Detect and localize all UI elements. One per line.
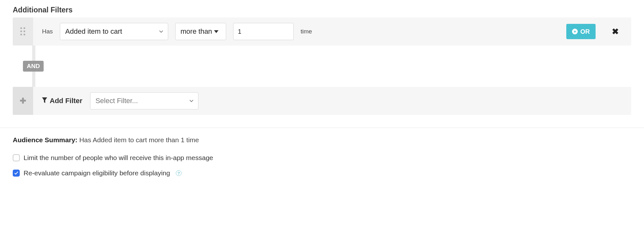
audience-summary-label: Audience Summary: [13, 136, 77, 144]
add-filter-plus-button[interactable]: ✚ [13, 87, 33, 115]
limit-checkbox[interactable] [13, 154, 20, 161]
select-filter-dropdown[interactable]: Select Filter... [90, 92, 198, 109]
divider [0, 128, 644, 128]
section-title: Additional Filters [13, 6, 631, 14]
audience-summary: Audience Summary: Has Added item to cart… [13, 136, 631, 144]
caret-down-icon [214, 30, 218, 33]
drag-dots-icon [20, 27, 25, 36]
plus-icon: ✚ [20, 96, 26, 105]
count-input[interactable] [233, 23, 294, 40]
add-filter-text: Add Filter [50, 97, 82, 105]
audience-summary-text: Has Added item to cart more than 1 time [79, 136, 199, 144]
reevaluate-checkbox-row: Re-evaluate campaign eligibility before … [13, 169, 631, 177]
plus-circle-icon: + [572, 29, 578, 34]
and-chip: AND [23, 61, 44, 72]
comparator-select-value: more than [181, 27, 212, 36]
filter-row-body: Has Added item to cart more than time + … [33, 18, 631, 46]
funnel-icon [42, 97, 47, 105]
reevaluate-checkbox[interactable] [13, 170, 20, 177]
comparator-select[interactable]: more than [175, 23, 226, 40]
drag-handle[interactable] [13, 18, 33, 46]
has-label: Has [42, 28, 53, 35]
reevaluate-checkbox-label: Re-evaluate campaign eligibility before … [24, 169, 170, 177]
chevron-down-icon [159, 29, 163, 34]
connector: AND [13, 46, 631, 87]
limit-checkbox-label: Limit the number of people who will rece… [24, 154, 213, 162]
add-filter-row: ✚ Add Filter Select Filter... [13, 87, 631, 115]
chevron-down-icon [189, 99, 194, 103]
or-button[interactable]: + OR [566, 24, 596, 39]
unit-label: time [301, 28, 312, 35]
limit-checkbox-row: Limit the number of people who will rece… [13, 154, 631, 162]
remove-filter-button[interactable]: ✖ [609, 25, 622, 38]
or-button-label: OR [580, 28, 590, 35]
add-filter-label: Add Filter [42, 97, 82, 105]
event-select[interactable]: Added item to cart [60, 23, 168, 40]
help-icon[interactable]: ? [176, 170, 182, 176]
event-select-value: Added item to cart [65, 27, 122, 36]
select-filter-placeholder: Select Filter... [96, 97, 138, 105]
filter-row: Has Added item to cart more than time + … [13, 18, 631, 46]
close-icon: ✖ [612, 27, 619, 37]
